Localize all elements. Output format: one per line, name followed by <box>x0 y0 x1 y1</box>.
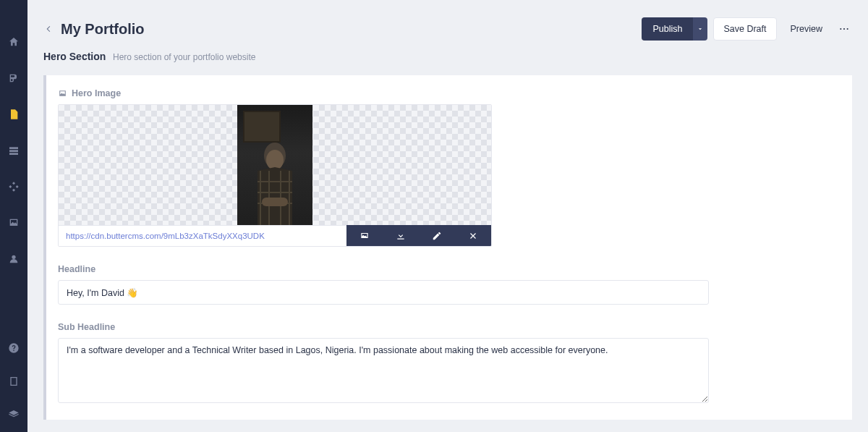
svg-rect-13 <box>262 198 288 206</box>
sub-headline-label: Sub Headline <box>58 322 841 332</box>
page-title: My Portfolio <box>61 21 145 38</box>
section-header: Hero Section Hero section of your portfo… <box>27 51 868 75</box>
svg-point-4 <box>266 150 284 170</box>
preview-button[interactable]: Preview <box>783 17 830 41</box>
image-checkerboard <box>59 105 491 225</box>
hero-image-label: Hero Image <box>58 88 841 98</box>
sidebar-collections[interactable] <box>0 140 27 161</box>
sub-headline-input[interactable] <box>58 338 709 403</box>
sidebar-pages[interactable] <box>0 104 27 124</box>
section-title: Hero Section <box>43 51 106 62</box>
headline-input[interactable] <box>58 280 709 305</box>
download-image-button[interactable] <box>383 225 419 246</box>
image-icon <box>58 89 67 98</box>
sidebar-users[interactable] <box>0 249 27 269</box>
hero-image-url[interactable]: https://cdn.buttercms.com/9mLb3zXaTkSdyX… <box>59 225 346 246</box>
topbar: My Portfolio Publish Save Draft Preview <box>27 0 868 51</box>
back-button[interactable] <box>43 24 54 34</box>
headline-label: Headline <box>58 264 841 274</box>
sidebar-help[interactable] <box>0 338 27 358</box>
replace-image-button[interactable] <box>346 225 383 246</box>
edit-image-button[interactable] <box>419 225 455 246</box>
sidebar-blog[interactable] <box>0 68 27 88</box>
svg-point-0 <box>840 28 841 30</box>
publish-dropdown-caret[interactable] <box>693 17 707 41</box>
sidebar-components[interactable] <box>0 177 27 197</box>
section-description: Hero section of your portfolio website <box>113 52 255 62</box>
publish-button[interactable]: Publish <box>642 17 693 41</box>
hero-image-preview: https://cdn.buttercms.com/9mLb3zXaTkSdyX… <box>58 104 492 247</box>
sidebar-layers[interactable] <box>0 405 27 425</box>
save-draft-button[interactable]: Save Draft <box>713 17 776 41</box>
remove-image-button[interactable] <box>455 225 491 246</box>
sidebar-home[interactable] <box>0 32 27 52</box>
sidebar-docs[interactable] <box>0 371 27 391</box>
sidebar <box>0 0 27 432</box>
hero-image-thumbnail <box>237 105 312 225</box>
hero-image-actions <box>346 225 491 246</box>
more-menu[interactable] <box>836 21 852 37</box>
svg-point-1 <box>843 28 845 30</box>
hero-section-panel: Hero Image <box>43 75 852 420</box>
svg-point-2 <box>847 28 848 30</box>
sidebar-media[interactable] <box>0 213 27 233</box>
